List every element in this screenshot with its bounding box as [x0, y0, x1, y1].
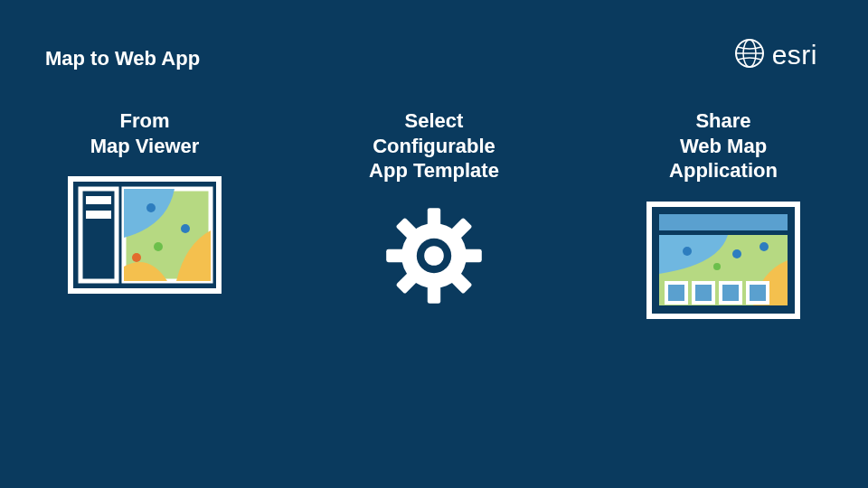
gear-icon	[380, 202, 488, 314]
svg-point-22	[424, 246, 444, 266]
svg-rect-5	[86, 196, 111, 204]
svg-point-28	[760, 242, 769, 251]
brand-logo: esri	[734, 38, 817, 72]
svg-point-9	[181, 224, 190, 233]
svg-rect-33	[748, 283, 768, 303]
svg-rect-30	[666, 283, 686, 303]
svg-point-27	[732, 249, 741, 258]
svg-rect-32	[721, 283, 741, 303]
brand-text: esri	[772, 40, 817, 70]
svg-point-26	[683, 247, 692, 256]
globe-icon	[734, 38, 765, 72]
svg-rect-31	[693, 283, 713, 303]
svg-point-11	[154, 242, 163, 251]
svg-point-8	[146, 203, 156, 212]
slide: Map to Web App esri From Map Viewer	[0, 0, 868, 488]
column-share-application: Share Web Map Application	[588, 108, 859, 323]
web-app-icon	[646, 202, 800, 323]
svg-rect-24	[659, 214, 788, 230]
column-from-map-viewer: From Map Viewer	[9, 108, 280, 323]
slide-title: Map to Web App	[45, 47, 200, 70]
svg-rect-6	[86, 211, 111, 219]
workflow-columns: From Map Viewer	[0, 108, 868, 323]
column-title: Select Configurable App Template	[298, 108, 570, 183]
svg-point-29	[713, 263, 721, 270]
column-select-template: Select Configurable App Template	[298, 108, 570, 323]
map-viewer-icon	[68, 176, 222, 297]
svg-point-10	[132, 253, 141, 262]
column-title: Share Web Map Application	[588, 108, 859, 183]
column-title: From Map Viewer	[9, 108, 280, 158]
